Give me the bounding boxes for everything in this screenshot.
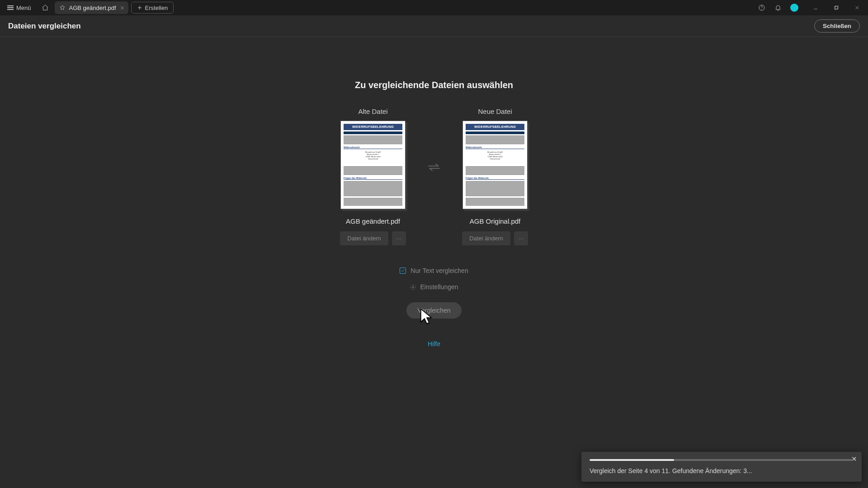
old-file-label: Alte Datei [358,108,387,115]
new-more-button[interactable]: ··· [514,231,528,245]
old-file-name: AGB geändert.pdf [346,217,400,225]
old-file-column: Alte Datei WIDERRUFSBELEHRUNG Widerrufsr… [321,108,425,245]
compare-options: Nur Text vergleichen Einstellungen Vergl… [271,267,597,347]
hamburger-icon [7,5,14,10]
main-content: Zu vergleichende Dateien auswählen Alte … [0,37,868,488]
new-file-actions: Datei ändern ··· [462,231,528,245]
svg-point-1 [761,9,762,9]
progress-bar [590,459,854,461]
compare-button[interactable]: Vergleichen [406,302,461,319]
menu-label: Menü [16,5,31,11]
star-icon [59,5,66,11]
new-file-label: Neue Datei [478,108,512,115]
old-more-button[interactable]: ··· [392,231,406,245]
page-title: Dateien vergleichen [8,22,81,31]
close-tool-button[interactable]: Schließen [814,19,860,33]
help-icon [758,4,765,11]
plus-icon [137,5,142,10]
only-text-label: Nur Text vergleichen [410,267,468,274]
home-icon [42,4,49,11]
create-label: Erstellen [145,5,168,11]
thumb-banner: WIDERRUFSBELEHRUNG [466,124,524,130]
thumb-banner: WIDERRUFSBELEHRUNG [344,124,402,130]
progress-bar-fill [590,459,674,461]
progress-toast: ✕ Vergleich der Seite 4 von 11. Gefunden… [581,452,862,482]
old-change-file-button[interactable]: Datei ändern [340,231,388,245]
checkbox-icon [400,267,406,274]
bell-icon [774,4,782,11]
compare-heading: Zu vergleichende Dateien auswählen [271,80,597,90]
new-file-thumbnail[interactable]: WIDERRUFSBELEHRUNG Widerrufsrecht Muster… [462,121,528,209]
only-text-checkbox-row[interactable]: Nur Text vergleichen [400,267,468,274]
home-button[interactable] [38,1,52,14]
old-file-thumbnail[interactable]: WIDERRUFSBELEHRUNG Widerrufsrecht Muster… [340,121,406,209]
new-file-name: AGB Original.pdf [470,217,521,225]
compare-settings-button[interactable]: Einstellungen [410,283,458,291]
menu-button[interactable]: Menü [3,3,36,13]
svg-rect-3 [835,7,838,10]
file-columns: Alte Datei WIDERRUFSBELEHRUNG Widerrufsr… [271,108,597,245]
create-button[interactable]: Erstellen [131,2,174,14]
help-link[interactable]: Hilfe [428,340,440,347]
avatar-icon [790,4,798,12]
close-window-button[interactable] [849,1,865,14]
minimize-icon [813,5,818,10]
close-icon [854,5,860,10]
notifications-button[interactable] [771,1,785,14]
svg-point-4 [412,286,414,288]
tool-header: Dateien vergleichen Schließen [0,15,868,37]
close-tab-button[interactable] [120,5,125,10]
maximize-icon [834,5,839,10]
account-avatar[interactable] [788,1,801,14]
titlebar: Menü AGB geändert.pdf Erstellen [0,0,868,15]
old-file-actions: Datei ändern ··· [340,231,406,245]
maximize-button[interactable] [828,1,844,14]
svg-rect-2 [835,6,839,9]
gear-icon [410,284,416,291]
new-change-file-button[interactable]: Datei ändern [462,231,510,245]
toast-message: Vergleich der Seite 4 von 11. Gefundene … [590,467,854,474]
help-button[interactable] [755,1,769,14]
document-tab[interactable]: AGB geändert.pdf [55,1,128,14]
settings-label: Einstellungen [420,283,458,291]
swap-files-button[interactable] [427,162,441,174]
tab-title: AGB geändert.pdf [69,5,116,11]
swap-icon [427,162,441,173]
minimize-button[interactable] [807,1,824,14]
new-file-column: Neue Datei WIDERRUFSBELEHRUNG Widerrufsr… [443,108,547,245]
window-controls [807,1,865,14]
